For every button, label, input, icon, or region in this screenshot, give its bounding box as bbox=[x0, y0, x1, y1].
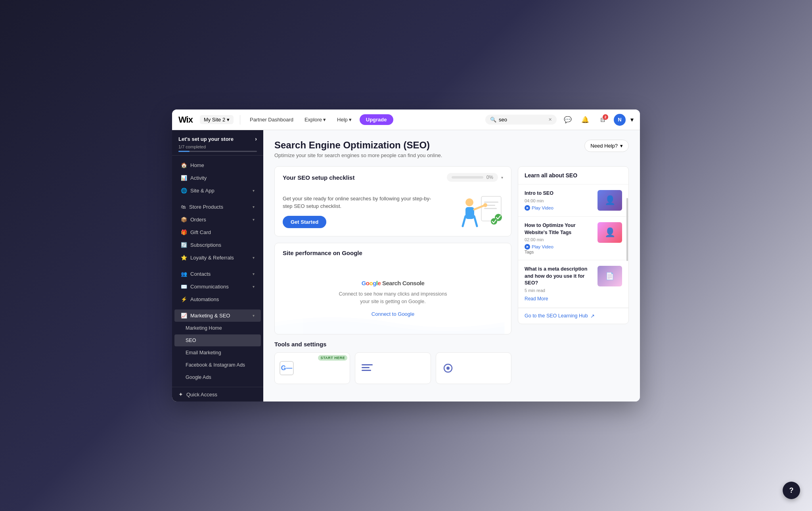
sidebar-setup-title: Let's set up your store › bbox=[178, 136, 257, 142]
sidebar-item-gift-card[interactable]: 🎁 Gift Card bbox=[174, 226, 261, 238]
tool-card-seo-tools[interactable] bbox=[355, 352, 431, 384]
need-help-chevron bbox=[620, 143, 623, 149]
get-started-button[interactable]: Get Started bbox=[283, 216, 326, 228]
bell-icon-btn[interactable]: 🔔 bbox=[579, 113, 592, 126]
need-help-label: Need Help? bbox=[590, 143, 618, 149]
site-app-arrow bbox=[253, 188, 255, 193]
start-here-badge: START HERE bbox=[318, 355, 347, 361]
sidebar-item-orders[interactable]: 📦 Orders bbox=[174, 213, 261, 226]
help-chevron bbox=[349, 117, 352, 123]
hub-link-icon: ↗ bbox=[590, 313, 595, 319]
nav-partner-dashboard[interactable]: Partner Dashboard bbox=[247, 115, 297, 124]
gsc-body: Google Search Console Connect to see how… bbox=[275, 263, 511, 334]
sidebar-item-site-app[interactable]: 🌐 Site & App bbox=[174, 184, 261, 197]
sidebar-label-seo: SEO bbox=[186, 338, 196, 343]
svg-point-13 bbox=[446, 367, 450, 370]
search-bar[interactable]: 🔍 ✕ bbox=[485, 115, 557, 125]
video-tags-label: Tags bbox=[525, 250, 593, 254]
nav-help[interactable]: Help bbox=[334, 115, 355, 124]
gsc-description: Connect to see how many clicks and impre… bbox=[333, 290, 452, 305]
sidebar-item-home[interactable]: 🏠 Home bbox=[174, 159, 261, 171]
sidebar-item-email-marketing[interactable]: Email Marketing bbox=[174, 347, 261, 359]
sidebar-item-communications[interactable]: ✉️ Communications bbox=[174, 280, 261, 293]
site-selector[interactable]: My Site 2 bbox=[200, 115, 234, 124]
sidebar-item-seo[interactable]: SEO bbox=[174, 334, 261, 346]
sidebar-progress-text: 1/7 completed bbox=[178, 144, 257, 149]
subscriptions-icon: 🔄 bbox=[181, 242, 187, 248]
sidebar-item-marketing-home[interactable]: Marketing Home bbox=[174, 322, 261, 334]
sidebar-item-marketing-seo[interactable]: 📈 Marketing & SEO ▾ bbox=[174, 309, 261, 322]
play-icon-title-tags: ▶ bbox=[525, 244, 530, 250]
wave-decoration bbox=[275, 310, 505, 334]
sidebar-label-communications: Communications bbox=[190, 284, 229, 290]
sidebar-label-google-ads: Google Ads bbox=[186, 375, 211, 380]
loyalty-arrow bbox=[253, 256, 255, 260]
page-header-text: Search Engine Optimization (SEO) Optimiz… bbox=[274, 140, 442, 158]
upgrade-button[interactable]: Upgrade bbox=[360, 114, 393, 125]
nav-explore[interactable]: Explore bbox=[301, 115, 329, 124]
sidebar-label-email-marketing: Email Marketing bbox=[186, 350, 221, 355]
video-title-intro-seo: Intro to SEO bbox=[525, 190, 593, 197]
loyalty-icon: ⭐ bbox=[181, 255, 187, 261]
avatar-chevron[interactable] bbox=[630, 116, 634, 123]
activity-icon: 📊 bbox=[181, 175, 187, 181]
read-more-link[interactable]: Read More bbox=[525, 296, 548, 302]
sidebar-item-loyalty-referrals[interactable]: ⭐ Loyalty & Referrals bbox=[174, 252, 261, 264]
right-column: Learn all about SEO Intro to SEO 04:00 m… bbox=[518, 166, 629, 384]
seo-checklist-text: Get your site ready for online searches … bbox=[283, 195, 433, 228]
site-selector-chevron bbox=[227, 117, 230, 123]
learning-hub-link[interactable]: Go to the SEO Learning Hub ↗ bbox=[518, 308, 628, 324]
need-help-button[interactable]: Need Help? bbox=[584, 140, 629, 152]
notifications-icon-btn[interactable]: ⊟ 2 bbox=[596, 113, 609, 126]
sidebar-item-fb-instagram[interactable]: Facebook & Instagram Ads bbox=[174, 359, 261, 371]
sidebar-item-store-products[interactable]: 🛍 Store Products bbox=[174, 201, 261, 213]
video-thumb-intro-seo[interactable]: 👤 bbox=[598, 190, 622, 211]
sidebar-item-activity[interactable]: 📊 Activity bbox=[174, 172, 261, 184]
search-clear-icon[interactable]: ✕ bbox=[548, 117, 552, 122]
orders-arrow bbox=[253, 217, 255, 222]
svg-rect-11 bbox=[362, 370, 371, 371]
help-fab[interactable]: ? bbox=[783, 482, 800, 499]
video-item-title-tags: How to Optimize Your Website's Title Tag… bbox=[518, 217, 628, 260]
sidebar-item-contacts[interactable]: 👥 Contacts bbox=[174, 268, 261, 280]
video-title-title-tags: How to Optimize Your Website's Title Tag… bbox=[525, 222, 593, 236]
gift-card-icon: 🎁 bbox=[181, 229, 187, 235]
checklist-progress-area: 0% ▾ bbox=[447, 173, 503, 182]
learn-card-wrapper: Learn all about SEO Intro to SEO 04:00 m… bbox=[518, 166, 629, 324]
video-info-title-tags: How to Optimize Your Website's Title Tag… bbox=[525, 222, 593, 254]
sidebar-label-marketing-seo: Marketing & SEO bbox=[190, 313, 230, 319]
checklist-chevron[interactable]: ▾ bbox=[501, 175, 503, 180]
sidebar-label-orders: Orders bbox=[190, 217, 206, 223]
tools-section: Tools and settings G— START HERE bbox=[274, 341, 511, 384]
article-thumb-icon: 📄 bbox=[605, 272, 614, 280]
content-layout: Your SEO setup checklist 0% ▾ bbox=[274, 166, 629, 384]
tool-card-google-search[interactable]: G— START HERE bbox=[274, 352, 350, 384]
setup-expand-icon[interactable]: › bbox=[255, 136, 257, 142]
main-column: Your SEO setup checklist 0% ▾ bbox=[274, 166, 511, 384]
avatar[interactable]: N bbox=[614, 114, 626, 126]
chat-icon: 💬 bbox=[564, 116, 572, 123]
quick-access[interactable]: ✦ Quick Access bbox=[178, 391, 257, 398]
help-label: Help bbox=[337, 117, 348, 123]
video-thumb-title-tags[interactable]: 👤 bbox=[598, 222, 622, 243]
play-link-intro-seo[interactable]: ▶ Play Video bbox=[525, 205, 593, 211]
article-thumb[interactable]: 📄 bbox=[598, 266, 622, 286]
sidebar-label-automations: Automations bbox=[190, 296, 219, 302]
store-products-icon: 🛍 bbox=[181, 204, 186, 210]
site-app-icon: 🌐 bbox=[181, 188, 187, 194]
svg-rect-9 bbox=[362, 364, 373, 365]
sidebar-item-google-ads[interactable]: Google Ads bbox=[174, 371, 261, 383]
app-window: Wix My Site 2 Partner Dashboard Explore … bbox=[172, 110, 640, 402]
sidebar-label-fb-instagram: Facebook & Instagram Ads bbox=[186, 362, 245, 368]
play-link-title-tags[interactable]: ▶ Play Video bbox=[525, 244, 593, 250]
progress-track bbox=[452, 176, 483, 179]
video-meta-title-tags: 02:00 min bbox=[525, 237, 593, 242]
app-body: Let's set up your store › 1/7 completed … bbox=[172, 130, 640, 402]
thumb-person-icon-2: 👤 bbox=[605, 227, 615, 238]
svg-point-5 bbox=[491, 218, 497, 225]
tool-card-seo-settings[interactable] bbox=[436, 352, 511, 384]
search-input[interactable] bbox=[499, 117, 546, 123]
sidebar-item-automations[interactable]: ⚡ Automations bbox=[174, 293, 261, 305]
chat-icon-btn[interactable]: 💬 bbox=[561, 113, 574, 126]
sidebar-item-subscriptions[interactable]: 🔄 Subscriptions bbox=[174, 239, 261, 251]
